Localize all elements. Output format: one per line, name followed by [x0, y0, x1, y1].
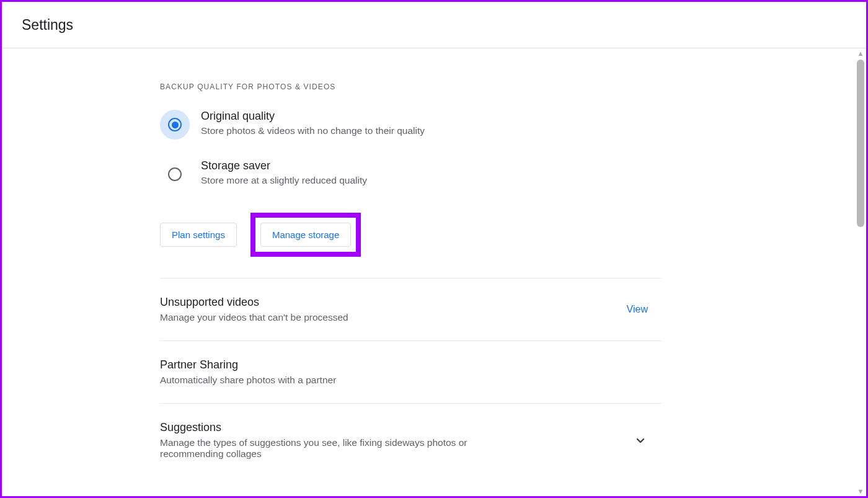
- header-bar: Settings: [2, 2, 866, 48]
- scroll-thumb[interactable]: [857, 60, 864, 227]
- radio-option-text: Original quality Store photos & videos w…: [201, 110, 425, 136]
- backup-quality-section-label: BACKUP QUALITY FOR PHOTOS & VIDEOS: [160, 82, 662, 91]
- chevron-down-icon[interactable]: [633, 433, 662, 448]
- option-desc: Store photos & videos with no change to …: [201, 125, 425, 136]
- radio-option-text: Storage saver Store more at a slightly r…: [201, 159, 367, 186]
- row-text: Partner Sharing Automatically share phot…: [160, 358, 336, 386]
- settings-content: BACKUP QUALITY FOR PHOTOS & VIDEOS Origi…: [160, 48, 662, 477]
- row-desc: Automatically share photos with a partne…: [160, 375, 336, 386]
- row-desc: Manage the types of suggestions you see,…: [160, 437, 532, 460]
- suggestions-row[interactable]: Suggestions Manage the types of suggesti…: [160, 404, 662, 477]
- option-desc: Store more at a slightly reduced quality: [201, 175, 367, 186]
- radio-circle-icon: [168, 118, 182, 131]
- option-title: Original quality: [201, 110, 425, 123]
- row-text: Unsupported videos Manage your videos th…: [160, 296, 348, 323]
- page-title: Settings: [22, 17, 73, 33]
- row-title: Unsupported videos: [160, 296, 348, 309]
- manage-storage-highlight: Manage storage: [250, 213, 361, 257]
- radio-option-original-quality[interactable]: Original quality Store photos & videos w…: [160, 110, 662, 140]
- unsupported-videos-row[interactable]: Unsupported videos Manage your videos th…: [160, 278, 662, 341]
- view-link[interactable]: View: [627, 304, 662, 315]
- radio-selected-halo: [160, 110, 190, 140]
- radio-unselected-halo: [160, 159, 190, 189]
- row-desc: Manage your videos that can't be process…: [160, 312, 348, 323]
- scroll-down-arrow-icon[interactable]: ▼: [855, 486, 866, 496]
- partner-sharing-row[interactable]: Partner Sharing Automatically share phot…: [160, 341, 662, 404]
- app-frame: Settings BACKUP QUALITY FOR PHOTOS & VID…: [0, 0, 868, 498]
- backup-button-row: Plan settings Manage storage: [160, 213, 662, 257]
- option-title: Storage saver: [201, 159, 367, 172]
- content-wrap: BACKUP QUALITY FOR PHOTOS & VIDEOS Origi…: [2, 48, 866, 496]
- radio-option-storage-saver[interactable]: Storage saver Store more at a slightly r…: [160, 159, 662, 189]
- row-title: Partner Sharing: [160, 358, 336, 371]
- scrollbar[interactable]: ▲ ▼: [855, 48, 866, 496]
- radio-circle-icon: [168, 167, 182, 181]
- plan-settings-button[interactable]: Plan settings: [160, 223, 237, 247]
- row-title: Suggestions: [160, 421, 532, 434]
- row-text: Suggestions Manage the types of suggesti…: [160, 421, 532, 460]
- scroll-up-arrow-icon[interactable]: ▲: [855, 48, 866, 58]
- radio-dot-icon: [172, 122, 179, 128]
- manage-storage-button[interactable]: Manage storage: [260, 223, 351, 247]
